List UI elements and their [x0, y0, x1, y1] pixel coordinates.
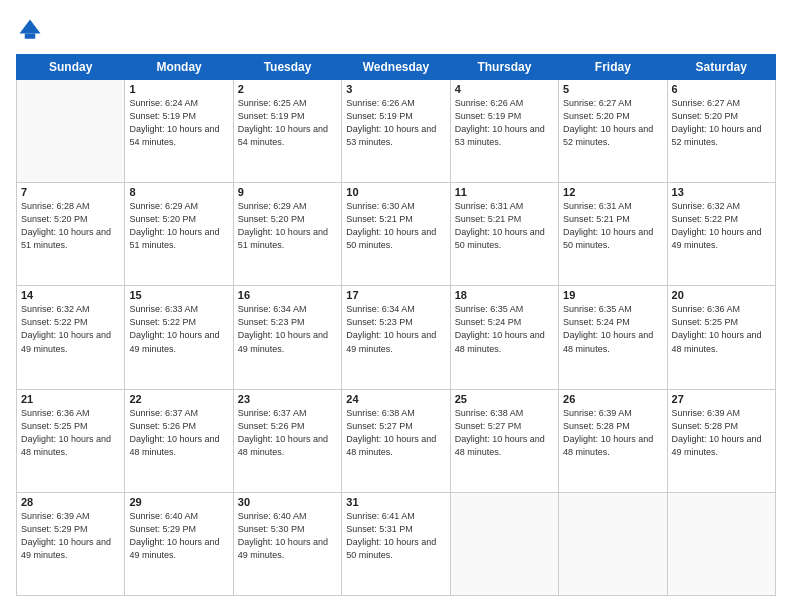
day-number: 23 [238, 393, 337, 405]
day-info: Sunrise: 6:26 AMSunset: 5:19 PMDaylight:… [455, 97, 554, 149]
day-info: Sunrise: 6:25 AMSunset: 5:19 PMDaylight:… [238, 97, 337, 149]
day-number: 24 [346, 393, 445, 405]
day-number: 13 [672, 186, 771, 198]
day-info: Sunrise: 6:39 AMSunset: 5:28 PMDaylight:… [563, 407, 662, 459]
calendar-cell: 5Sunrise: 6:27 AMSunset: 5:20 PMDaylight… [559, 80, 667, 183]
calendar-cell [667, 492, 775, 595]
day-info: Sunrise: 6:37 AMSunset: 5:26 PMDaylight:… [238, 407, 337, 459]
calendar-cell: 13Sunrise: 6:32 AMSunset: 5:22 PMDayligh… [667, 183, 775, 286]
day-number: 17 [346, 289, 445, 301]
calendar-cell: 17Sunrise: 6:34 AMSunset: 5:23 PMDayligh… [342, 286, 450, 389]
day-info: Sunrise: 6:31 AMSunset: 5:21 PMDaylight:… [455, 200, 554, 252]
day-info: Sunrise: 6:34 AMSunset: 5:23 PMDaylight:… [238, 303, 337, 355]
day-number: 8 [129, 186, 228, 198]
day-number: 7 [21, 186, 120, 198]
svg-rect-1 [25, 34, 36, 39]
day-number: 12 [563, 186, 662, 198]
calendar-cell: 16Sunrise: 6:34 AMSunset: 5:23 PMDayligh… [233, 286, 341, 389]
day-number: 18 [455, 289, 554, 301]
day-info: Sunrise: 6:27 AMSunset: 5:20 PMDaylight:… [563, 97, 662, 149]
day-info: Sunrise: 6:29 AMSunset: 5:20 PMDaylight:… [129, 200, 228, 252]
day-number: 11 [455, 186, 554, 198]
calendar-cell: 10Sunrise: 6:30 AMSunset: 5:21 PMDayligh… [342, 183, 450, 286]
calendar-cell: 8Sunrise: 6:29 AMSunset: 5:20 PMDaylight… [125, 183, 233, 286]
day-info: Sunrise: 6:38 AMSunset: 5:27 PMDaylight:… [346, 407, 445, 459]
day-info: Sunrise: 6:40 AMSunset: 5:30 PMDaylight:… [238, 510, 337, 562]
day-number: 21 [21, 393, 120, 405]
logo-icon [16, 16, 44, 44]
calendar-cell: 6Sunrise: 6:27 AMSunset: 5:20 PMDaylight… [667, 80, 775, 183]
day-info: Sunrise: 6:26 AMSunset: 5:19 PMDaylight:… [346, 97, 445, 149]
day-info: Sunrise: 6:30 AMSunset: 5:21 PMDaylight:… [346, 200, 445, 252]
calendar-cell: 25Sunrise: 6:38 AMSunset: 5:27 PMDayligh… [450, 389, 558, 492]
calendar-cell: 3Sunrise: 6:26 AMSunset: 5:19 PMDaylight… [342, 80, 450, 183]
day-of-week-header: Wednesday [342, 55, 450, 80]
day-info: Sunrise: 6:34 AMSunset: 5:23 PMDaylight:… [346, 303, 445, 355]
calendar-cell: 22Sunrise: 6:37 AMSunset: 5:26 PMDayligh… [125, 389, 233, 492]
header [16, 16, 776, 44]
calendar-cell: 27Sunrise: 6:39 AMSunset: 5:28 PMDayligh… [667, 389, 775, 492]
calendar-table: SundayMondayTuesdayWednesdayThursdayFrid… [16, 54, 776, 596]
calendar-week-row: 21Sunrise: 6:36 AMSunset: 5:25 PMDayligh… [17, 389, 776, 492]
day-number: 10 [346, 186, 445, 198]
day-info: Sunrise: 6:35 AMSunset: 5:24 PMDaylight:… [563, 303, 662, 355]
day-info: Sunrise: 6:32 AMSunset: 5:22 PMDaylight:… [672, 200, 771, 252]
day-number: 9 [238, 186, 337, 198]
calendar-week-row: 14Sunrise: 6:32 AMSunset: 5:22 PMDayligh… [17, 286, 776, 389]
calendar-cell: 11Sunrise: 6:31 AMSunset: 5:21 PMDayligh… [450, 183, 558, 286]
day-number: 14 [21, 289, 120, 301]
day-info: Sunrise: 6:36 AMSunset: 5:25 PMDaylight:… [21, 407, 120, 459]
day-number: 2 [238, 83, 337, 95]
day-of-week-header: Friday [559, 55, 667, 80]
calendar-cell: 28Sunrise: 6:39 AMSunset: 5:29 PMDayligh… [17, 492, 125, 595]
day-info: Sunrise: 6:38 AMSunset: 5:27 PMDaylight:… [455, 407, 554, 459]
day-number: 20 [672, 289, 771, 301]
day-info: Sunrise: 6:24 AMSunset: 5:19 PMDaylight:… [129, 97, 228, 149]
calendar-cell [450, 492, 558, 595]
day-number: 28 [21, 496, 120, 508]
day-number: 1 [129, 83, 228, 95]
page: SundayMondayTuesdayWednesdayThursdayFrid… [0, 0, 792, 612]
calendar-cell: 1Sunrise: 6:24 AMSunset: 5:19 PMDaylight… [125, 80, 233, 183]
calendar-cell: 18Sunrise: 6:35 AMSunset: 5:24 PMDayligh… [450, 286, 558, 389]
day-number: 6 [672, 83, 771, 95]
day-of-week-header: Saturday [667, 55, 775, 80]
calendar-cell: 31Sunrise: 6:41 AMSunset: 5:31 PMDayligh… [342, 492, 450, 595]
day-info: Sunrise: 6:31 AMSunset: 5:21 PMDaylight:… [563, 200, 662, 252]
day-number: 15 [129, 289, 228, 301]
calendar-cell: 29Sunrise: 6:40 AMSunset: 5:29 PMDayligh… [125, 492, 233, 595]
calendar-cell: 23Sunrise: 6:37 AMSunset: 5:26 PMDayligh… [233, 389, 341, 492]
day-number: 22 [129, 393, 228, 405]
calendar-cell: 24Sunrise: 6:38 AMSunset: 5:27 PMDayligh… [342, 389, 450, 492]
day-number: 27 [672, 393, 771, 405]
day-number: 29 [129, 496, 228, 508]
calendar-week-row: 7Sunrise: 6:28 AMSunset: 5:20 PMDaylight… [17, 183, 776, 286]
calendar-cell: 14Sunrise: 6:32 AMSunset: 5:22 PMDayligh… [17, 286, 125, 389]
day-of-week-header: Thursday [450, 55, 558, 80]
day-number: 19 [563, 289, 662, 301]
day-info: Sunrise: 6:41 AMSunset: 5:31 PMDaylight:… [346, 510, 445, 562]
day-of-week-header: Monday [125, 55, 233, 80]
day-of-week-header: Tuesday [233, 55, 341, 80]
day-number: 3 [346, 83, 445, 95]
calendar-cell: 12Sunrise: 6:31 AMSunset: 5:21 PMDayligh… [559, 183, 667, 286]
day-number: 16 [238, 289, 337, 301]
calendar-cell: 15Sunrise: 6:33 AMSunset: 5:22 PMDayligh… [125, 286, 233, 389]
day-number: 4 [455, 83, 554, 95]
calendar-cell: 20Sunrise: 6:36 AMSunset: 5:25 PMDayligh… [667, 286, 775, 389]
calendar-cell [17, 80, 125, 183]
calendar-week-row: 28Sunrise: 6:39 AMSunset: 5:29 PMDayligh… [17, 492, 776, 595]
day-of-week-header: Sunday [17, 55, 125, 80]
calendar-cell: 21Sunrise: 6:36 AMSunset: 5:25 PMDayligh… [17, 389, 125, 492]
day-info: Sunrise: 6:39 AMSunset: 5:29 PMDaylight:… [21, 510, 120, 562]
day-info: Sunrise: 6:40 AMSunset: 5:29 PMDaylight:… [129, 510, 228, 562]
day-number: 26 [563, 393, 662, 405]
calendar-week-row: 1Sunrise: 6:24 AMSunset: 5:19 PMDaylight… [17, 80, 776, 183]
day-number: 31 [346, 496, 445, 508]
calendar-cell: 9Sunrise: 6:29 AMSunset: 5:20 PMDaylight… [233, 183, 341, 286]
day-info: Sunrise: 6:29 AMSunset: 5:20 PMDaylight:… [238, 200, 337, 252]
day-number: 5 [563, 83, 662, 95]
day-info: Sunrise: 6:28 AMSunset: 5:20 PMDaylight:… [21, 200, 120, 252]
calendar-cell: 26Sunrise: 6:39 AMSunset: 5:28 PMDayligh… [559, 389, 667, 492]
day-number: 25 [455, 393, 554, 405]
